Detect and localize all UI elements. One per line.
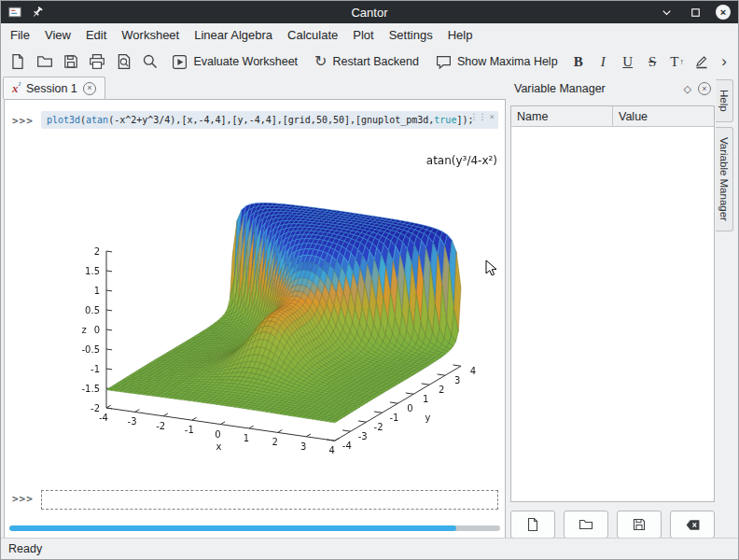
show-maxima-help-label: Show Maxima Help	[457, 55, 558, 68]
menu-linear-algebra[interactable]: Linear Algebra	[187, 25, 280, 45]
save-icon	[63, 53, 79, 70]
new-variable-icon	[525, 517, 540, 532]
menu-file[interactable]: File	[3, 25, 37, 45]
column-header-name[interactable]: Name	[511, 106, 613, 126]
menubar: File View Edit Worksheet Linear Algebra …	[1, 23, 738, 47]
tab-session-1[interactable]: x² Session 1 ×	[3, 77, 105, 99]
empty-command-prompt: >>>	[12, 489, 34, 510]
open-document-button[interactable]	[32, 49, 56, 75]
entry-close-icon[interactable]: ×	[490, 112, 495, 121]
text-color-button[interactable]	[690, 49, 713, 74]
evaluate-icon	[172, 54, 188, 70]
session-progress-fill	[9, 525, 456, 531]
pen-icon	[694, 54, 709, 69]
menu-settings[interactable]: Settings	[382, 25, 440, 45]
open-folder-icon	[36, 53, 53, 70]
search-icon	[142, 53, 159, 70]
maxima-help-icon	[436, 54, 452, 70]
side-tab-variable-manager[interactable]: Variable Manager	[716, 127, 733, 231]
variable-manager-panel: Variable Manager ◇ × Name Value	[509, 79, 716, 539]
bold-button[interactable]: B	[567, 49, 590, 74]
restart-backend-button[interactable]: ↻ Restart Backend	[307, 49, 426, 75]
toolbar: Evaluate Worksheet ↻ Restart Backend Sho…	[1, 47, 738, 77]
plot-result-image	[53, 140, 503, 474]
close-button[interactable]: ×	[716, 5, 731, 20]
load-variables-button[interactable]	[564, 511, 608, 539]
save-variables-icon	[632, 517, 647, 532]
command-entry[interactable]: plot3d(atan(-x^2+y^3/4),[x,-4,4],[y,-4,4…	[41, 111, 498, 129]
code-true: true	[434, 115, 456, 125]
restart-backend-label: Restart Backend	[332, 55, 418, 68]
new-document-icon	[9, 53, 26, 70]
save-variables-button[interactable]	[617, 511, 662, 539]
window-title: Cantor	[1, 6, 738, 20]
mouse-cursor	[485, 259, 498, 277]
underline-button[interactable]: U	[617, 49, 639, 74]
tabbar: x² Session 1 ×	[1, 77, 506, 99]
italic-label: I	[601, 54, 606, 70]
minimize-button[interactable]	[658, 4, 675, 21]
entry-grip-icon[interactable]: ⋮⋮	[470, 112, 487, 121]
find-button[interactable]	[138, 49, 162, 75]
grow-font-label: T	[670, 54, 678, 70]
plot3d-canvas	[53, 140, 503, 474]
grow-font-arrow-icon: ↑	[679, 57, 684, 66]
worksheet-panel: >>> plot3d(atan(-x^2+y^3/4),[x,-4,4],[y,…	[4, 99, 506, 539]
side-tool-tabs: Help Variable Manager	[716, 79, 739, 538]
command-prompt: >>>	[12, 111, 34, 129]
print-button[interactable]	[85, 49, 109, 75]
float-panel-icon[interactable]: ◇	[684, 84, 691, 94]
clear-variables-button[interactable]	[670, 511, 715, 539]
menu-edit[interactable]: Edit	[78, 25, 114, 45]
maximize-button[interactable]	[687, 4, 704, 21]
menu-view[interactable]: View	[37, 25, 78, 45]
print-icon	[89, 53, 105, 70]
code-atan: atan	[86, 115, 108, 125]
code-plot3d: plot3d	[47, 115, 80, 125]
session-tab-label: Session 1	[26, 82, 77, 95]
underline-label: U	[622, 54, 633, 70]
italic-button[interactable]: I	[592, 49, 614, 74]
load-folder-icon	[579, 517, 593, 532]
menu-worksheet[interactable]: Worksheet	[114, 25, 187, 45]
column-header-value[interactable]: Value	[613, 106, 714, 126]
side-tab-help[interactable]: Help	[716, 79, 733, 122]
evaluate-worksheet-button[interactable]: Evaluate Worksheet	[164, 49, 305, 75]
restart-icon: ↻	[314, 54, 327, 69]
status-text: Ready	[8, 542, 42, 555]
titlebar: Cantor ×	[1, 1, 738, 23]
statusbar: Ready	[1, 538, 738, 559]
menu-plot[interactable]: Plot	[345, 25, 381, 45]
variable-table: Name Value	[510, 105, 715, 502]
close-panel-icon[interactable]: ×	[698, 82, 711, 95]
menu-help[interactable]: Help	[440, 25, 481, 45]
show-maxima-help-button[interactable]: Show Maxima Help	[428, 49, 565, 75]
toolbar-overflow-chevron[interactable]: ›	[715, 52, 733, 71]
strikethrough-button[interactable]: S	[641, 49, 663, 74]
variable-manager-title: Variable Manager	[514, 82, 677, 95]
grow-font-button[interactable]: T↑	[665, 49, 688, 74]
new-document-button[interactable]	[6, 49, 30, 75]
session-icon: x²	[12, 82, 21, 94]
session-tab-close-icon[interactable]: ×	[83, 82, 96, 95]
save-document-button[interactable]	[59, 49, 83, 75]
new-variable-button[interactable]	[510, 511, 555, 539]
print-preview-icon	[116, 53, 132, 70]
evaluate-worksheet-label: Evaluate Worksheet	[193, 55, 298, 68]
session-progress-bar	[9, 525, 500, 531]
menu-calculate[interactable]: Calculate	[280, 25, 345, 45]
print-preview-button[interactable]	[112, 49, 136, 75]
empty-command-entry[interactable]	[41, 490, 498, 510]
bold-label: B	[574, 54, 583, 70]
strikethrough-label: S	[648, 54, 656, 70]
clear-backspace-icon	[685, 517, 701, 533]
